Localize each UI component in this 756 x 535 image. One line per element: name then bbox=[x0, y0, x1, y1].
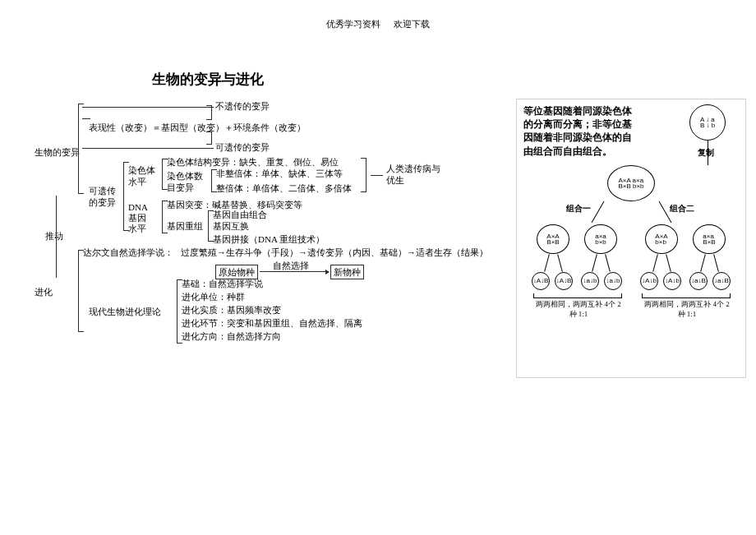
bracket-recomb bbox=[208, 210, 209, 242]
line-heritable-branch bbox=[82, 148, 214, 149]
g2r-allele: a×aB×B bbox=[703, 233, 715, 245]
line-push bbox=[56, 196, 57, 278]
recomb3-label: 基因拼接（DNA 重组技术） bbox=[213, 233, 325, 245]
bracket-phenotype-top bbox=[211, 105, 212, 120]
heritable-branch-label: 可遗传的变异 bbox=[215, 141, 270, 153]
bottom-left-label: 两两相同，两两互补 4个 2种 1:1 bbox=[533, 300, 624, 319]
root-variation-label: 生物的变异 bbox=[35, 146, 80, 158]
bracket-theory bbox=[177, 279, 177, 344]
disease-label: 人类遗传病与优生 bbox=[386, 163, 444, 187]
recomb2-label: 基因互换 bbox=[213, 220, 249, 232]
sc6: ↓A↓b bbox=[663, 272, 681, 290]
phenotype-label: 表现性（改变）＝基因型（改变）＋环境条件（改变） bbox=[89, 122, 306, 133]
line-nonheritable bbox=[82, 107, 214, 108]
l4 bbox=[605, 254, 611, 272]
cell-g2r: a×aB×B bbox=[693, 224, 726, 254]
evolution-label: 进化 bbox=[35, 286, 53, 297]
line-replicate bbox=[708, 141, 708, 165]
genetics-diagram: 等位基因随着同源染色体的分离而分离；非等位基因随着非同源染色体的自由组合而自由组… bbox=[516, 99, 746, 378]
g2l-allele: A×Ab×b bbox=[655, 233, 667, 245]
theory5-label: 进化方向：自然选择方向 bbox=[182, 330, 281, 342]
cell-g2l: A×Ab×b bbox=[645, 224, 678, 254]
chrom-level-label: 染色体水平 bbox=[128, 164, 161, 188]
bracket-dna bbox=[162, 201, 163, 233]
theory1-label: 基础：自然选择学说 bbox=[182, 278, 263, 289]
cell-top: A ↓ aB ↓ b bbox=[689, 104, 726, 141]
sc4: ↓a↓b bbox=[604, 272, 622, 290]
bracket-chrom-num bbox=[211, 169, 212, 192]
modern-theory-label: 现代生物进化理论 bbox=[89, 306, 161, 317]
gene-recomb-label: 基因重组 bbox=[167, 220, 203, 232]
sc3: ↓a↓b bbox=[581, 272, 599, 290]
allele-top: A ↓ aB ↓ b bbox=[700, 117, 715, 128]
aneuploid-label: 非整倍体：单体、缺体、三体等 bbox=[216, 168, 343, 179]
l1 bbox=[544, 254, 550, 272]
theory4-label: 进化环节：突变和基因重组、自然选择、隔离 bbox=[182, 317, 362, 329]
brace-left bbox=[533, 293, 622, 298]
bracket-heritable bbox=[123, 162, 124, 231]
euploid-label: 整倍体：单倍体、二倍体、多倍体 bbox=[216, 182, 352, 194]
bracket-phenotype-bot bbox=[211, 131, 212, 145]
new-species-box: 新物种 bbox=[330, 265, 364, 279]
page-header: 优秀学习资料 欢迎下载 bbox=[0, 0, 756, 30]
bracket-chrom bbox=[162, 159, 163, 190]
l3 bbox=[592, 254, 597, 272]
bracket-disease bbox=[366, 158, 366, 192]
chrom-struct-label: 染色体结构变异：缺失、重复、倒位、易位 bbox=[167, 156, 339, 168]
natural-sel-label: 自然选择 bbox=[273, 260, 309, 271]
g1l-allele: A×AB×B bbox=[546, 233, 559, 245]
darwin-label: 达尔文自然选择学说： bbox=[83, 247, 173, 258]
cell-g1r: a×ab×b bbox=[584, 224, 617, 254]
l7 bbox=[700, 254, 706, 272]
l8 bbox=[713, 254, 719, 272]
l2 bbox=[557, 254, 563, 272]
brace-right bbox=[642, 293, 731, 298]
header-right: 欢迎下载 bbox=[394, 19, 430, 29]
darwin-steps-label: 过度繁殖→生存斗争（手段）→遗传变异（内因、基础）→适者生存（结果） bbox=[181, 247, 488, 258]
replicate-label: 复制 bbox=[698, 147, 714, 158]
page-title: 生物的变异与进化 bbox=[152, 71, 264, 89]
line-g1 bbox=[592, 201, 605, 223]
genetics-desc: 等位基因随着同源染色体的分离而分离；非等位基因随着非同源染色体的自由组合而自由组… bbox=[523, 104, 638, 158]
push-label: 推动 bbox=[45, 230, 63, 242]
sc7: ↓a↓B bbox=[689, 272, 708, 290]
sc1: ↓A↓B bbox=[532, 272, 550, 290]
line-phenotype-l bbox=[82, 118, 90, 119]
allele-mid: A×A a×aB×B b×b bbox=[618, 178, 643, 189]
group1-label: 组合一 bbox=[566, 203, 591, 214]
bottom-right-label: 两两相同，两两互补 4个 2种 1:1 bbox=[642, 300, 732, 319]
theory2-label: 进化单位：种群 bbox=[182, 291, 245, 302]
header-left: 优秀学习资料 bbox=[326, 19, 380, 29]
heritable-label: 可遗传的变异 bbox=[89, 185, 123, 209]
non-heritable-label: 不遗传的变异 bbox=[215, 100, 270, 112]
sc2: ↓A↓B bbox=[555, 272, 573, 290]
theory3-label: 进化实质：基因频率改变 bbox=[182, 304, 281, 316]
l5 bbox=[652, 254, 658, 272]
sc8: ↓a↓B bbox=[712, 272, 731, 290]
bracket-evolution bbox=[78, 250, 79, 332]
l6 bbox=[666, 254, 671, 272]
sc5: ↓A↓b bbox=[640, 272, 658, 290]
line-disease bbox=[371, 175, 383, 176]
chrom-num-label: 染色体数目变异 bbox=[167, 170, 210, 194]
dna-level-sub: 水平 bbox=[128, 223, 146, 234]
g1r-allele: a×ab×b bbox=[595, 233, 606, 245]
group2-label: 组合二 bbox=[670, 203, 694, 214]
bracket-root-variation bbox=[78, 104, 79, 194]
cell-mid: A×A a×aB×B b×b bbox=[607, 165, 655, 201]
cell-g1l: A×AB×B bbox=[537, 224, 569, 254]
recomb1-label: 基因自由组合 bbox=[213, 209, 267, 220]
